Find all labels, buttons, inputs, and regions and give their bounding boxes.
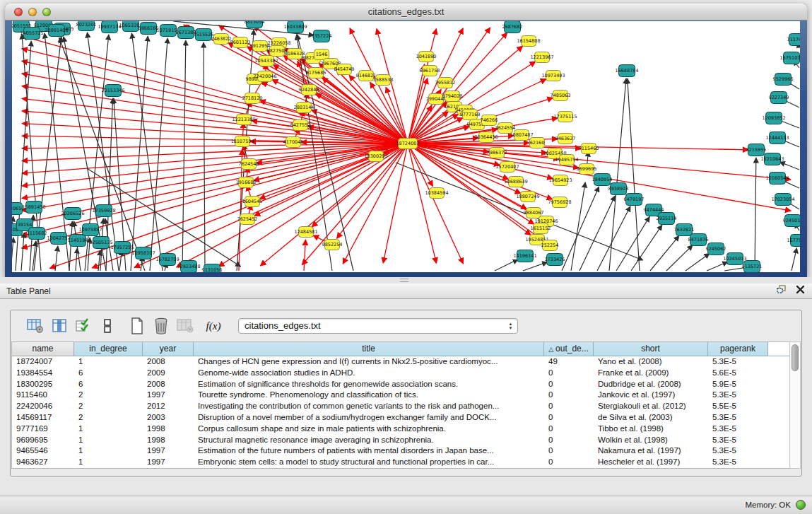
split-grip-icon[interactable] bbox=[400, 279, 408, 282]
graph-node[interactable]: 6794028 bbox=[442, 91, 463, 102]
table-cell[interactable]: Dudbridge et al. (2008) bbox=[594, 379, 708, 390]
graph-node[interactable]: 17957255 bbox=[110, 242, 134, 254]
table-cell[interactable]: Corpus callosum shape and size in male p… bbox=[194, 424, 544, 435]
table-cell[interactable]: Tourette syndrome. Phenomenology and cla… bbox=[194, 390, 544, 401]
table-cell[interactable]: 6 bbox=[74, 379, 143, 390]
citation-edge-black[interactable] bbox=[666, 245, 693, 271]
graph-node[interactable]: 16775342 bbox=[787, 235, 800, 247]
table-cell[interactable]: 0 bbox=[544, 435, 594, 446]
graph-node[interactable]: 1041890 bbox=[416, 52, 437, 62]
graph-node[interactable]: 17375115 bbox=[553, 112, 577, 122]
table-cell[interactable]: Stergiakouli et al. (2012) bbox=[594, 401, 708, 412]
graph-node[interactable]: 7986372 bbox=[487, 148, 507, 158]
table-cell[interactable]: de Silva et al. (2003) bbox=[594, 412, 708, 424]
citation-edge-red[interactable] bbox=[304, 240, 305, 271]
node-table[interactable]: namein_degreeyeartitle△out_de...shortpag… bbox=[11, 341, 791, 469]
table-cell[interactable]: Changes of HCN gene expression and I(f) … bbox=[194, 356, 544, 368]
graph-node[interactable]: 12923488 bbox=[177, 261, 200, 273]
graph-node[interactable]: 252254 bbox=[541, 240, 559, 251]
table-cell[interactable]: 0 bbox=[544, 412, 594, 424]
citation-edge-black[interactable] bbox=[98, 250, 100, 271]
graph-node[interactable]: 9529966 bbox=[773, 74, 794, 86]
table-cell[interactable]: 5.9E-5 bbox=[708, 379, 768, 390]
graph-node[interactable]: 15891458 bbox=[22, 201, 45, 214]
graph-node[interactable]: 10975887 bbox=[78, 224, 102, 236]
table-cell[interactable]: 19384554 bbox=[12, 368, 74, 379]
table-cell[interactable]: 2008 bbox=[143, 356, 194, 368]
graph-node[interactable]: 16648784 bbox=[615, 65, 638, 77]
create-column-button[interactable] bbox=[126, 316, 148, 336]
graph-node[interactable]: 6961758 bbox=[420, 66, 440, 76]
table-cell[interactable]: Franke et al. (2009) bbox=[594, 368, 708, 379]
table-row[interactable]: 977716911998Corpus callosum shape and si… bbox=[12, 424, 791, 435]
column-header-year[interactable]: year bbox=[143, 342, 194, 356]
graph-node[interactable]: 1916688 bbox=[236, 177, 257, 188]
citation-edge-black[interactable] bbox=[12, 238, 13, 271]
table-row[interactable]: 1456911722003Disruption of a novel membe… bbox=[12, 412, 791, 424]
column-header-in_degree[interactable]: in_degree bbox=[74, 342, 143, 356]
graph-node[interactable]: 16154808 bbox=[517, 36, 540, 47]
graph-node[interactable]: 1145194 bbox=[68, 235, 88, 247]
citation-edge-black[interactable] bbox=[579, 196, 615, 271]
table-cell[interactable]: Investigating the contribution of common… bbox=[194, 401, 544, 412]
graph-node[interactable]: 9463627 bbox=[555, 134, 576, 144]
float-panel-icon[interactable] bbox=[777, 285, 787, 295]
citation-edge-black[interactable] bbox=[182, 40, 186, 271]
table-cell[interactable]: 0 bbox=[544, 401, 594, 412]
table-cell[interactable]: 2012 bbox=[143, 401, 194, 412]
table-cell[interactable]: 5.3E-5 bbox=[708, 424, 768, 435]
graph-node[interactable]: 746266 bbox=[481, 115, 498, 126]
graph-node[interactable]: 9699695 bbox=[577, 164, 597, 175]
graph-node[interactable]: 8938923 bbox=[608, 183, 629, 195]
table-cell[interactable]: 5.3E-5 bbox=[708, 390, 768, 401]
graph-node[interactable]: 10807487 bbox=[510, 130, 533, 141]
citation-edge-black[interactable] bbox=[523, 262, 548, 271]
table-cell[interactable]: 1997 bbox=[143, 445, 194, 457]
graph-node[interactable]: 7624548 bbox=[239, 159, 259, 170]
table-cell[interactable]: 5.3E-5 bbox=[708, 435, 768, 446]
split-divider[interactable] bbox=[0, 277, 812, 284]
graph-node[interactable]: 19937174 bbox=[98, 21, 121, 33]
graph-node[interactable]: 15720407 bbox=[495, 162, 519, 173]
graph-node[interactable]: 1840954 bbox=[592, 174, 613, 186]
graph-node[interactable]: 62160 bbox=[530, 138, 545, 148]
citation-edge-black[interactable] bbox=[571, 182, 585, 271]
table-cell[interactable]: 1997 bbox=[143, 457, 194, 468]
graph-node[interactable]: 6966160 bbox=[139, 23, 159, 35]
citation-edge-red[interactable] bbox=[22, 144, 408, 211]
graph-node[interactable]: 2803144 bbox=[294, 103, 314, 113]
citation-edge-red[interactable] bbox=[408, 29, 436, 144]
table-cell[interactable]: 0 bbox=[544, 368, 594, 379]
citation-edge-black[interactable] bbox=[707, 262, 728, 271]
table-row[interactable]: 1830029562008Estimation of significance … bbox=[12, 379, 791, 390]
table-cell[interactable]: 5.6E-5 bbox=[708, 368, 768, 379]
table-cell[interactable]: Embryonic stem cells: a model to study s… bbox=[194, 457, 544, 468]
column-header-title[interactable]: title bbox=[194, 342, 544, 356]
function-builder-button[interactable]: f(x) bbox=[203, 316, 224, 336]
graph-node[interactable]: 9777169 bbox=[460, 110, 481, 120]
graph-node[interactable]: 12093852 bbox=[762, 112, 785, 124]
citation-edge-red[interactable] bbox=[22, 49, 408, 144]
graph-node[interactable]: 12213967 bbox=[530, 52, 553, 63]
table-cell[interactable]: Disruption of a novel member of a sodium… bbox=[194, 412, 544, 424]
graph-node[interactable]: 7463822 bbox=[211, 34, 232, 45]
graph-node[interactable]: 14055725 bbox=[20, 28, 43, 40]
citation-edge-black[interactable] bbox=[55, 246, 58, 271]
graph-node[interactable]: 14196141 bbox=[513, 250, 536, 262]
citation-edge-black[interactable] bbox=[131, 36, 148, 271]
graph-node[interactable]: 7625452 bbox=[237, 214, 258, 225]
graph-node[interactable]: 20153346 bbox=[101, 85, 124, 97]
table-cell[interactable]: 1 bbox=[74, 435, 143, 446]
graph-node[interactable]: 7955812 bbox=[435, 78, 456, 88]
graph-node[interactable]: 10160544 bbox=[765, 173, 789, 185]
table-cell[interactable]: 1 bbox=[74, 424, 143, 435]
citation-edge-black[interactable] bbox=[779, 162, 799, 170]
table-cell[interactable]: Jankovic et al. (1997) bbox=[594, 390, 708, 401]
table-cell[interactable]: 1 bbox=[74, 457, 143, 468]
table-row[interactable]: 946362711997Embryonic stem cells: a mode… bbox=[12, 457, 791, 468]
graph-node[interactable]: 7485063 bbox=[551, 90, 571, 101]
graph-node[interactable]: 1588538 bbox=[373, 75, 394, 86]
graph-node[interactable]: 16033809 bbox=[283, 21, 307, 33]
table-cell[interactable]: Tibbo et al. (1998) bbox=[594, 424, 708, 435]
graph-node[interactable]: 9242848 bbox=[299, 85, 319, 95]
